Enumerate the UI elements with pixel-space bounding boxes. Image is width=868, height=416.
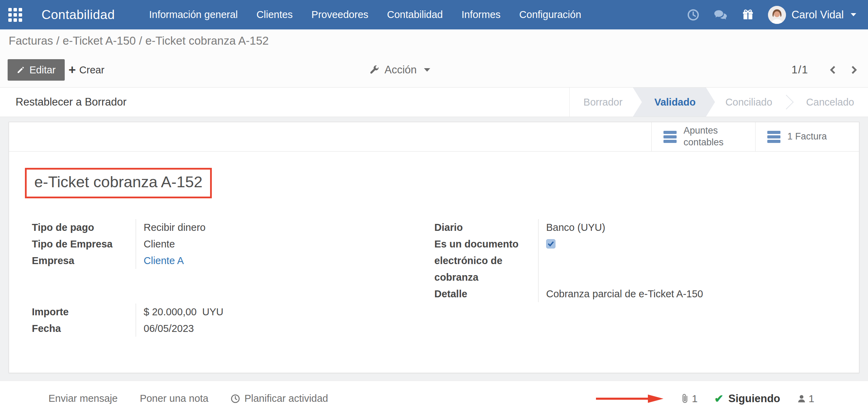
field-group-left-1: Tipo de pago Recibir dinero Tipo de Empr…: [32, 219, 406, 269]
field-label-empresa: Empresa: [32, 252, 136, 269]
stage-cancelado[interactable]: Cancelado: [792, 88, 868, 117]
pager-count: 1/1: [792, 64, 808, 76]
action-dropdown[interactable]: Acción: [370, 59, 430, 81]
field-value-tipo-de-empresa: Cliente: [136, 236, 406, 252]
journal-items-smart-button[interactable]: Apuntes contables: [651, 122, 755, 151]
apps-menu-icon[interactable]: [8, 8, 22, 22]
pager-next-button[interactable]: [849, 65, 858, 75]
breadcrumb-eticket-a150[interactable]: e-Ticket A-150: [63, 34, 136, 47]
menu-contabilidad[interactable]: Contabilidad: [378, 0, 452, 29]
gift-icon[interactable]: [742, 9, 754, 21]
attachments-button[interactable]: 1: [680, 393, 698, 405]
activities-clock-icon[interactable]: [687, 9, 699, 21]
menu-proveedores[interactable]: Proveedores: [302, 0, 378, 29]
chatter-bar: Enviar mensaje Poner una nota Planificar…: [0, 381, 868, 416]
plus-icon: +: [69, 64, 76, 76]
field-value-edoc: [538, 236, 829, 286]
field-label-tipo-de-empresa: Tipo de Empresa: [32, 236, 136, 252]
field-label-diario: Diario: [434, 219, 538, 236]
status-pipeline: Borrador Validado Conciliado Cancelado: [569, 88, 868, 117]
pager-previous-button[interactable]: [829, 65, 838, 75]
user-name: Carol Vidal: [792, 9, 844, 21]
app-title: Contabilidad: [42, 8, 115, 22]
field-value-fecha: 06/05/2023: [136, 320, 406, 337]
field-label-importe: Importe: [32, 304, 136, 320]
record-title: e-Ticket cobranza A-152: [34, 173, 202, 191]
form-sheet: Apuntes contables 1 Factura e-Ticket cob…: [9, 122, 859, 373]
top-navbar: Contabilidad Información general Cliente…: [0, 0, 868, 29]
menu-clientes[interactable]: Clientes: [247, 0, 302, 29]
following-button[interactable]: ✔ Siguiendo: [714, 392, 780, 405]
paperclip-icon: [680, 394, 690, 404]
follower-count: 1: [808, 393, 814, 405]
messages-chat-icon[interactable]: [713, 9, 728, 21]
field-group-left-2: Importe $ 20.000,00UYU Fecha 06/05/2023: [32, 304, 406, 337]
create-button[interactable]: + Crear: [69, 59, 105, 81]
person-icon: [797, 394, 806, 404]
user-menu[interactable]: Carol Vidal: [768, 6, 856, 24]
menu-informes[interactable]: Informes: [452, 0, 510, 29]
field-label-detalle: Detalle: [434, 286, 538, 302]
field-label-fecha: Fecha: [32, 320, 136, 337]
chevron-down-icon: [851, 13, 856, 16]
field-label-tipo-de-pago: Tipo de pago: [32, 219, 136, 236]
partner-link[interactable]: Cliente A: [144, 255, 184, 266]
edit-button[interactable]: Editar: [8, 59, 65, 81]
breadcrumb-separator: /: [53, 34, 63, 47]
wrench-icon: [370, 65, 379, 75]
check-icon: ✔: [714, 392, 724, 405]
log-note-button[interactable]: Poner una nota: [140, 393, 208, 404]
pencil-icon: [17, 66, 25, 74]
field-value-diario: Banco (UYU): [538, 219, 829, 236]
breadcrumb-current: e-Ticket cobranza A-152: [145, 34, 269, 47]
clock-icon: [230, 394, 240, 404]
stage-conciliado[interactable]: Conciliado: [712, 88, 786, 117]
breadcrumb: Facturas / e-Ticket A-150 / e-Ticket cob…: [9, 34, 269, 47]
bars-icon: [663, 131, 677, 143]
stage-validado-active[interactable]: Validado: [633, 88, 715, 117]
control-panel: Facturas / e-Ticket A-150 / e-Ticket cob…: [0, 29, 868, 87]
attachment-count: 1: [692, 393, 698, 405]
currency-code: UYU: [202, 306, 223, 317]
avatar: [768, 6, 786, 24]
field-value-detalle: Cobranza parcial de e-Ticket A-150: [538, 286, 829, 302]
field-label-edoc: Es un documento electrónico de cobranza: [434, 236, 538, 286]
field-value-tipo-de-pago: Recibir dinero: [136, 219, 406, 236]
annotation-red-arrow: [596, 394, 663, 403]
chevron-down-icon: [424, 68, 430, 72]
breadcrumb-separator: /: [136, 34, 145, 47]
reset-to-draft-button[interactable]: Restablecer a Borrador: [16, 96, 127, 108]
main-menu: Información general Clientes Proveedores…: [140, 0, 591, 29]
bars-icon: [767, 131, 780, 143]
field-group-right: Diario Banco (UYU) Es un documento elect…: [434, 219, 829, 302]
stage-borrador[interactable]: Borrador: [570, 88, 636, 117]
statusbar: Restablecer a Borrador Borrador Validado…: [0, 87, 868, 117]
menu-configuracion[interactable]: Configuración: [510, 0, 590, 29]
followers-button[interactable]: 1: [797, 393, 814, 405]
pager: 1/1: [792, 59, 858, 81]
send-message-button[interactable]: Enviar mensaje: [48, 393, 118, 404]
schedule-activity-button[interactable]: Planificar actividad: [230, 393, 328, 404]
invoice-smart-button[interactable]: 1 Factura: [755, 122, 859, 151]
smart-button-bar: Apuntes contables 1 Factura: [9, 122, 859, 152]
menu-informacion-general[interactable]: Información general: [140, 0, 247, 29]
field-value-importe: $ 20.000,00UYU: [136, 304, 406, 320]
breadcrumb-facturas[interactable]: Facturas: [9, 34, 53, 47]
edoc-checkbox-checked[interactable]: [546, 239, 555, 248]
annotation-red-box: e-Ticket cobranza A-152: [25, 168, 212, 198]
